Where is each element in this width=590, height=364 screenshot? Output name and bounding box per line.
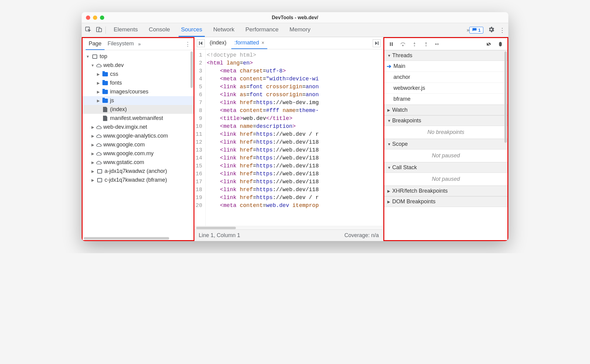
nav-back-button[interactable] bbox=[197, 39, 205, 47]
toolbar-left-group bbox=[85, 26, 102, 34]
tree-item[interactable]: a-jdx1q7kwadwz (anchor) bbox=[83, 167, 194, 176]
tree-scrollbar-vertical[interactable] bbox=[190, 51, 193, 88]
tree-caret-icon[interactable] bbox=[91, 169, 95, 173]
svg-rect-3 bbox=[199, 41, 200, 45]
toolbar-divider bbox=[105, 26, 106, 34]
section-header-xhr-fetch-breakpoints[interactable]: XHR/fetch Breakpoints bbox=[384, 186, 507, 196]
panel-tab-console[interactable]: Console bbox=[146, 23, 172, 37]
navigator-more-tabs[interactable]: » bbox=[138, 41, 141, 47]
tree-item[interactable]: www.google-analytics.com bbox=[83, 131, 194, 140]
tree-caret-icon[interactable] bbox=[96, 99, 100, 103]
section-header-dom-breakpoints[interactable]: DOM Breakpoints bbox=[384, 196, 507, 207]
toolbar-right-group: 1 ⋮ bbox=[469, 26, 505, 34]
tree-item-label: top bbox=[100, 53, 107, 60]
cursor-position: Line 1, Column 1 bbox=[199, 232, 240, 239]
tree-caret-icon[interactable] bbox=[86, 54, 90, 59]
devtools-window: DevTools - web.dev/ ElementsConsoleSourc… bbox=[82, 12, 508, 241]
tree-item[interactable]: (index) bbox=[83, 105, 194, 114]
section-item[interactable]: Main bbox=[384, 61, 507, 72]
section-header-watch[interactable]: Watch bbox=[384, 105, 507, 115]
debugger-scrollbar-vertical[interactable] bbox=[504, 51, 507, 143]
code-lines[interactable]: <!doctype html><html lang=en> <meta char… bbox=[206, 49, 320, 226]
tree-item-label: js bbox=[110, 97, 114, 104]
file-tab[interactable]: (index) bbox=[207, 37, 229, 49]
section-caret-icon bbox=[387, 200, 392, 204]
code-editor[interactable]: 1234567891011121314151617181920 <!doctyp… bbox=[194, 49, 383, 226]
step-button[interactable] bbox=[434, 41, 441, 47]
more-menu-icon[interactable]: ⋮ bbox=[499, 26, 505, 34]
tree-caret-icon[interactable] bbox=[91, 143, 95, 147]
frame-icon bbox=[96, 177, 103, 183]
section-empty-message: No breakpoints bbox=[384, 126, 507, 139]
tree-caret-icon[interactable] bbox=[96, 81, 100, 85]
section-caret-icon bbox=[387, 189, 392, 193]
section-empty-message: Not paused bbox=[384, 173, 507, 186]
settings-icon[interactable] bbox=[488, 26, 495, 34]
debugger-sections: ThreadsMainanchorwebworker.jsbframeWatch… bbox=[384, 50, 507, 240]
section-item[interactable]: anchor bbox=[384, 72, 507, 83]
tree-caret-icon[interactable] bbox=[91, 63, 95, 68]
tree-item[interactable]: www.google.com bbox=[83, 140, 194, 149]
section-empty-message: Not paused bbox=[384, 149, 507, 162]
section-header-threads[interactable]: Threads bbox=[384, 50, 507, 61]
tree-caret-icon[interactable] bbox=[91, 125, 95, 129]
section-header-breakpoints[interactable]: Breakpoints bbox=[384, 115, 507, 126]
tree-item-label: fonts bbox=[110, 80, 122, 86]
svg-rect-2 bbox=[99, 28, 101, 32]
pause-on-exceptions-button[interactable] bbox=[497, 41, 504, 47]
svg-rect-7 bbox=[390, 42, 391, 46]
svg-marker-4 bbox=[200, 41, 202, 45]
tree-caret-icon[interactable] bbox=[96, 72, 100, 76]
navigator-tabs: PageFilesystem » ⋮ bbox=[83, 38, 194, 50]
tree-item[interactable]: top bbox=[83, 52, 194, 61]
panel-tab-memory[interactable]: Memory bbox=[287, 23, 313, 37]
panel-tab-network[interactable]: Network bbox=[211, 23, 237, 37]
editor-scrollbar-horizontal[interactable] bbox=[194, 226, 383, 229]
issues-button[interactable]: 1 bbox=[469, 27, 483, 33]
panel-tab-performance[interactable]: Performance bbox=[243, 23, 281, 37]
editor-scrollbar-thumb[interactable] bbox=[196, 227, 236, 229]
editor-tabs: (index):formatted× bbox=[194, 37, 383, 49]
panel-tab-sources[interactable]: Sources bbox=[179, 23, 205, 37]
tree-item-label: c-jdx1q7kwadwz (bframe) bbox=[105, 177, 167, 183]
close-tab-icon[interactable]: × bbox=[261, 40, 264, 46]
tree-item[interactable]: www.gstatic.com bbox=[83, 158, 194, 167]
section-title: Watch bbox=[392, 107, 407, 113]
tree-item[interactable]: web-dev.imgix.net bbox=[83, 123, 194, 131]
nav-forward-button[interactable] bbox=[373, 39, 381, 47]
tree-scrollbar-horizontal[interactable] bbox=[84, 237, 169, 240]
deactivate-breakpoints-button[interactable] bbox=[485, 41, 492, 47]
more-tabs-button[interactable]: » bbox=[467, 27, 469, 33]
file-tree: topweb.devcssfontsimages/coursesjs(index… bbox=[83, 50, 194, 240]
tree-caret-icon[interactable] bbox=[91, 134, 95, 138]
step-over-button[interactable] bbox=[400, 41, 406, 47]
tree-caret-icon[interactable] bbox=[91, 160, 95, 165]
pause-button[interactable] bbox=[388, 41, 395, 47]
svg-rect-8 bbox=[392, 42, 393, 46]
tree-item[interactable]: images/courses bbox=[83, 87, 194, 96]
navigator-menu-icon[interactable]: ⋮ bbox=[185, 41, 190, 47]
panel-tab-elements[interactable]: Elements bbox=[111, 23, 140, 37]
navigator-tab-filesystem[interactable]: Filesystem bbox=[105, 38, 137, 50]
tree-caret-icon[interactable] bbox=[91, 152, 95, 156]
tree-item[interactable]: js bbox=[83, 96, 194, 105]
tree-item[interactable]: web.dev bbox=[83, 61, 194, 70]
section-header-call-stack[interactable]: Call Stack bbox=[384, 162, 507, 173]
section-item[interactable]: webworker.js bbox=[384, 83, 507, 94]
file-tab[interactable]: :formatted× bbox=[231, 37, 267, 49]
tree-caret-icon[interactable] bbox=[96, 90, 100, 94]
device-toolbar-icon[interactable] bbox=[96, 26, 102, 34]
step-into-button[interactable] bbox=[411, 41, 418, 47]
tree-caret-icon[interactable] bbox=[91, 178, 95, 182]
step-out-button[interactable] bbox=[423, 41, 429, 47]
titlebar: DevTools - web.dev/ bbox=[82, 12, 508, 23]
inspect-element-icon[interactable] bbox=[85, 26, 91, 34]
tree-item[interactable]: css bbox=[83, 70, 194, 79]
section-item[interactable]: bframe bbox=[384, 94, 507, 105]
navigator-tab-page[interactable]: Page bbox=[86, 38, 105, 50]
tree-item[interactable]: manifest.webmanifest bbox=[83, 114, 194, 123]
tree-item[interactable]: c-jdx1q7kwadwz (bframe) bbox=[83, 176, 194, 184]
tree-item[interactable]: www.google.com.my bbox=[83, 149, 194, 158]
tree-item[interactable]: fonts bbox=[83, 79, 194, 87]
section-header-scope[interactable]: Scope bbox=[384, 139, 507, 149]
